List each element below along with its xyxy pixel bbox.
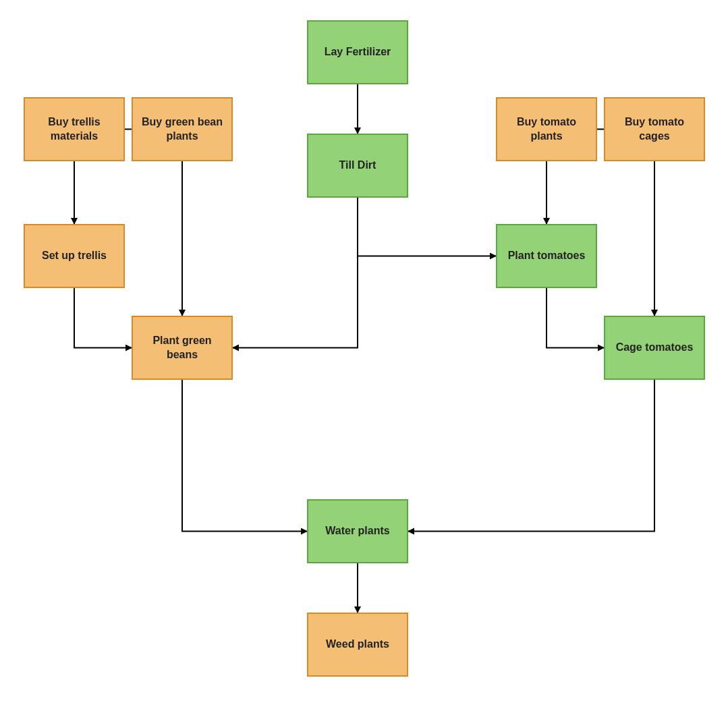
node-weed-plants: Weed plants <box>307 613 408 677</box>
node-cage-tomatoes: Cage tomatoes <box>604 316 705 380</box>
node-till-dirt: Till Dirt <box>307 134 408 198</box>
node-plant-tomatoes: Plant tomatoes <box>496 224 597 288</box>
node-label: Buy tomato cages <box>609 115 700 144</box>
node-plant-green-beans: Plant green beans <box>132 316 233 380</box>
connector-set_up_trellis-to-plant_green_beans <box>74 288 132 348</box>
node-buy-trellis-materials: Buy trellis materials <box>24 97 125 161</box>
node-label: Weed plants <box>326 638 389 652</box>
node-buy-green-bean-plants: Buy green bean plants <box>132 97 233 161</box>
node-buy-tomato-plants: Buy tomato plants <box>496 97 597 161</box>
connector-plant_green_beans-to-water_plants <box>182 380 307 532</box>
node-label: Set up trellis <box>42 249 107 263</box>
node-label: Plant tomatoes <box>508 249 586 263</box>
node-label: Buy trellis materials <box>29 115 119 144</box>
node-label: Lay Fertilizer <box>325 45 391 59</box>
connector-cage_tomatoes-to-water_plants <box>408 380 654 532</box>
node-label: Water plants <box>325 524 389 538</box>
node-lay-fertilizer: Lay Fertilizer <box>307 20 408 84</box>
node-buy-tomato-cages: Buy tomato cages <box>604 97 705 161</box>
node-label: Cage tomatoes <box>616 341 694 355</box>
node-label: Buy green bean plants <box>137 115 227 144</box>
node-set-up-trellis: Set up trellis <box>24 224 125 288</box>
flowchart-canvas: Lay Fertilizer Till Dirt Buy trellis mat… <box>0 0 728 707</box>
connector-plant_tomatoes-to-cage_tomatoes <box>547 288 604 348</box>
connector-till_dirt-to-plant_green_beans <box>233 198 358 348</box>
node-label: Till Dirt <box>339 159 376 173</box>
node-label: Plant green beans <box>137 334 227 362</box>
connector-till_dirt-to-plant_tomatoes <box>358 198 496 256</box>
node-water-plants: Water plants <box>307 499 408 563</box>
node-label: Buy tomato plants <box>501 115 592 144</box>
